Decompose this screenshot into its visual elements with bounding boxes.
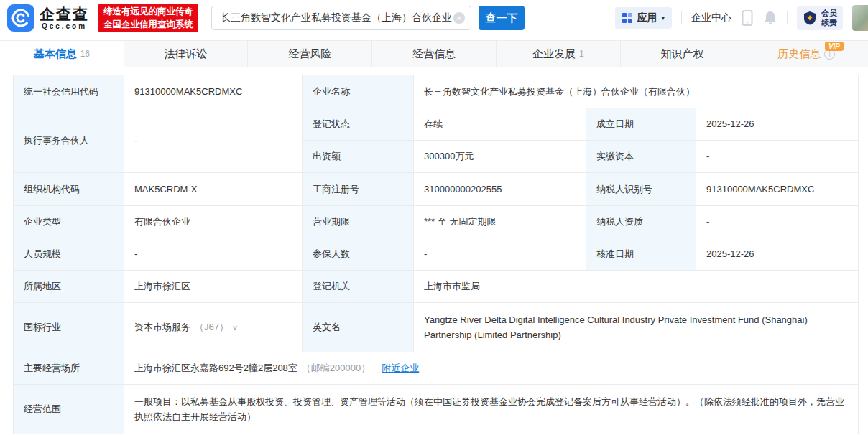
company-type-value: 有限合伙企业 bbox=[124, 206, 303, 238]
search-box[interactable]: ✕ bbox=[211, 6, 471, 30]
taxpayer-quality-label: 纳税人资质 bbox=[586, 206, 696, 238]
brand-name: 企查查 bbox=[40, 6, 89, 22]
paid-capital-value: - bbox=[696, 141, 859, 173]
region-label: 所属地区 bbox=[14, 271, 124, 303]
tab-intellectual-property[interactable]: 知识产权 bbox=[621, 41, 745, 67]
chevron-down-icon[interactable]: ∨ bbox=[232, 321, 238, 334]
clear-icon[interactable]: ✕ bbox=[453, 12, 465, 24]
search-button[interactable]: 查一下 bbox=[479, 6, 525, 30]
nearby-companies-link[interactable]: 附近企业 bbox=[382, 360, 419, 375]
user-avatar[interactable] bbox=[852, 5, 868, 31]
reg-authority-label: 登记机关 bbox=[303, 271, 414, 303]
enterprise-center-link[interactable]: 企业中心 bbox=[691, 11, 731, 24]
paid-capital-label: 实缴资本 bbox=[586, 141, 696, 173]
company-type-label: 企业类型 bbox=[14, 206, 124, 238]
address-value: 上海市徐汇区永嘉路692号2幢2层208室 （邮编200000） 附近企业 bbox=[124, 352, 859, 385]
tab-basic-info[interactable]: 基本信息 16 bbox=[0, 41, 124, 67]
reg-authority-value: 上海市市监局 bbox=[414, 271, 859, 303]
industry-value: 资本市场服务 （J67） ∨ bbox=[124, 303, 303, 352]
partner-value: - bbox=[124, 108, 303, 173]
header-right-nav: 应用 ▾ 企业中心 会员 续费 bbox=[615, 5, 868, 31]
apps-label: 应用 bbox=[637, 11, 657, 24]
est-date-value: 2025-12-26 bbox=[696, 108, 859, 141]
notification-bell-icon[interactable] bbox=[763, 10, 777, 26]
mobile-app-icon[interactable] bbox=[741, 9, 754, 27]
company-name-value: 长三角数智文化产业私募投资基金（上海）合伙企业（有限合伙） bbox=[414, 75, 859, 108]
approval-date-value: 2025-12-26 bbox=[696, 238, 859, 271]
industry-code: （J67） bbox=[195, 319, 228, 335]
insured-value: - bbox=[414, 238, 586, 271]
taxpayer-id-label: 纳税人识别号 bbox=[586, 173, 696, 206]
vip-badge: VIP bbox=[825, 42, 844, 51]
reg-status-value: 存续 bbox=[414, 108, 586, 141]
divider bbox=[787, 11, 788, 24]
insured-label: 参保人数 bbox=[303, 238, 414, 271]
en-name-value: Yangtze River Delta Digital Intelligence… bbox=[414, 303, 859, 352]
tab-enterprise-development[interactable]: 企业发展 1 bbox=[497, 41, 621, 67]
reg-status-label: 登记状态 bbox=[303, 108, 414, 141]
header: 企查查 Qcc.com 缔造有远见的商业传奇 全国企业信用查询系统 ✕ 查一下 … bbox=[0, 0, 868, 36]
brand-domain: Qcc.com bbox=[42, 22, 87, 30]
est-date-label: 成立日期 bbox=[586, 108, 696, 141]
business-term-label: 营业期限 bbox=[303, 206, 414, 238]
tab-bar: 基本信息 16 法律诉讼 经营风险 经营信息 企业发展 1 知识产权 VIP 历… bbox=[0, 40, 868, 67]
org-code-label: 组织机构代码 bbox=[14, 173, 124, 206]
credit-code-label: 统一社会信用代码 bbox=[14, 75, 124, 108]
tab-legal-litigation[interactable]: 法律诉讼 bbox=[124, 41, 249, 67]
apps-grid-icon bbox=[622, 13, 632, 23]
taxpayer-id-value: 91310000MAK5CRDMXC bbox=[696, 173, 859, 206]
partner-label: 执行事务合伙人 bbox=[14, 108, 124, 173]
tab-operation-info[interactable]: 经营信息 bbox=[372, 41, 497, 67]
tab-count: 1 bbox=[579, 49, 584, 59]
apps-menu[interactable]: 应用 ▾ bbox=[615, 7, 672, 29]
vip-crown-icon bbox=[803, 11, 817, 25]
scope-label: 经营范围 bbox=[14, 385, 124, 434]
search-area: ✕ 查一下 bbox=[211, 6, 525, 30]
business-term-value: *** 至 无固定期限 bbox=[414, 206, 586, 238]
address-zip: （邮编200000） bbox=[302, 360, 370, 375]
region-value: 上海市徐汇区 bbox=[124, 271, 303, 303]
staff-size-value: - bbox=[124, 238, 303, 271]
divider bbox=[681, 11, 682, 24]
tab-count: 16 bbox=[80, 49, 90, 59]
qcc-logo[interactable]: 企查查 Qcc.com 缔造有远见的商业传奇 全国企业信用查询系统 bbox=[7, 4, 198, 32]
company-name-label: 企业名称 bbox=[303, 75, 414, 108]
org-code-value: MAK5CRDM-X bbox=[124, 173, 303, 206]
credit-code-value: 91310000MAK5CRDMXC bbox=[124, 75, 303, 108]
capital-value: 300300万元 bbox=[414, 141, 586, 173]
tab-history-info[interactable]: VIP 历史信息 i bbox=[744, 41, 868, 67]
member-renew-button[interactable]: 会员 续费 bbox=[797, 6, 843, 30]
basic-info-table: 统一社会信用代码 91310000MAK5CRDMXC 企业名称 长三角数智文化… bbox=[13, 75, 859, 434]
staff-size-label: 人员规模 bbox=[14, 238, 124, 271]
scope-value: 一般项目：以私募基金从事股权投资、投资管理、资产管理等活动（须在中国证券投资基金… bbox=[124, 385, 859, 434]
capital-label: 出资额 bbox=[303, 141, 414, 173]
en-name-label: 英文名 bbox=[303, 303, 414, 352]
address-label: 主要经营场所 bbox=[14, 352, 124, 385]
industry-label: 国标行业 bbox=[14, 303, 124, 352]
reg-no-value: 310000000202555 bbox=[414, 173, 586, 206]
caret-down-icon: ▾ bbox=[661, 14, 665, 22]
slogan-banner: 缔造有远见的商业传奇 全国企业信用查询系统 bbox=[98, 4, 198, 32]
search-input[interactable] bbox=[221, 12, 453, 24]
reg-no-label: 工商注册号 bbox=[303, 173, 414, 206]
approval-date-label: 核准日期 bbox=[586, 238, 696, 271]
tab-operation-risk[interactable]: 经营风险 bbox=[248, 41, 372, 67]
qcc-logo-icon bbox=[7, 4, 34, 32]
taxpayer-quality-value: - bbox=[696, 206, 859, 238]
